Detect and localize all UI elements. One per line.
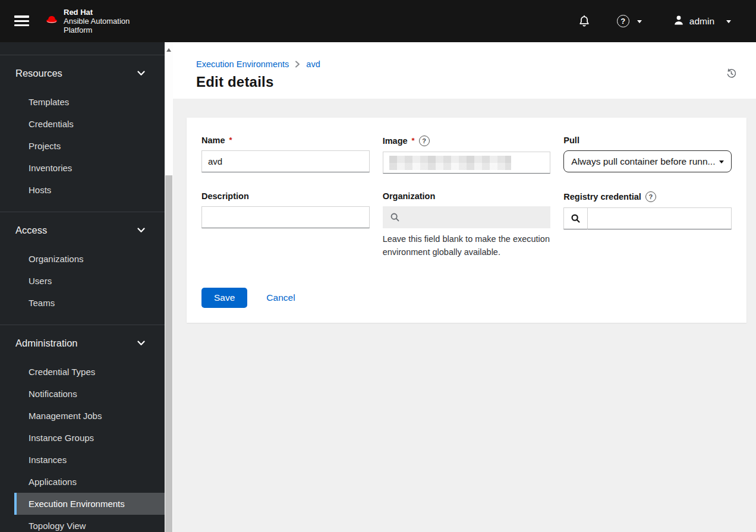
cancel-button[interactable]: Cancel xyxy=(266,292,295,303)
user-menu[interactable]: admin xyxy=(673,14,731,29)
help-caret-down-icon[interactable] xyxy=(637,17,642,26)
name-label: Name xyxy=(201,136,225,145)
angle-right-icon xyxy=(295,61,300,68)
sidebar-item-management-jobs[interactable]: Management Jobs xyxy=(14,405,165,427)
user-icon xyxy=(673,14,685,29)
brand-line3: Platform xyxy=(64,26,130,34)
name-input[interactable] xyxy=(201,150,370,172)
organization-label: Organization xyxy=(383,191,436,201)
field-registry-credential: Registry credential ? xyxy=(563,191,732,259)
breadcrumb: Execution Environments avd xyxy=(196,59,756,69)
breadcrumb-link-execution-environments[interactable]: Execution Environments xyxy=(196,59,289,69)
sidebar-item-users[interactable]: Users xyxy=(14,270,165,292)
nav-group-label: Access xyxy=(15,225,47,236)
field-name: Name * xyxy=(201,136,370,174)
notifications-bell-icon[interactable] xyxy=(578,14,591,29)
top-navbar: Red Hat Ansible Automation Platform ? xyxy=(0,0,756,42)
sidebar-section-access: Access Organizations Users Teams xyxy=(0,212,165,325)
redhat-fedora-icon xyxy=(45,14,59,27)
nav-group-label: Resources xyxy=(15,68,62,79)
sidebar-item-templates[interactable]: Templates xyxy=(14,91,165,113)
field-image: Image * ? xyxy=(383,136,551,174)
page-body: Name * Image * ? xyxy=(173,99,756,532)
edit-details-card: Name * Image * ? xyxy=(187,118,746,323)
brand-logo: Red Hat Ansible Automation Platform xyxy=(45,8,130,35)
sidebar-item-organizations[interactable]: Organizations xyxy=(14,248,165,270)
scrollbar-up-arrow-icon[interactable] xyxy=(166,46,171,52)
scrollbar-thumb[interactable] xyxy=(165,175,172,532)
image-input[interactable] xyxy=(383,152,551,174)
sidebar-item-notifications[interactable]: Notifications xyxy=(14,383,165,405)
breadcrumb-link-avd[interactable]: avd xyxy=(306,59,320,69)
sidebar-item-credential-types[interactable]: Credential Types xyxy=(14,361,165,383)
image-help-icon[interactable]: ? xyxy=(419,136,430,146)
user-caret-down-icon[interactable] xyxy=(726,20,731,26)
brand-line1: Red Hat xyxy=(64,8,130,17)
sidebar-item-hosts[interactable]: Hosts xyxy=(14,179,165,201)
pull-label: Pull xyxy=(563,136,579,145)
sidebar-item-credentials[interactable]: Credentials xyxy=(14,113,165,135)
sidebar-scrollbar[interactable] xyxy=(165,42,173,532)
nav-group-label: Administration xyxy=(15,338,78,349)
sidebar-group-resources[interactable]: Resources xyxy=(0,61,165,85)
sidebar-item-execution-environments[interactable]: Execution Environments xyxy=(14,493,165,515)
registry-credential-help-icon[interactable]: ? xyxy=(645,191,656,202)
chevron-down-icon xyxy=(137,71,145,76)
pull-select[interactable]: Always pull container before runn... xyxy=(563,150,732,172)
user-name-label: admin xyxy=(689,16,714,27)
registry-credential-lookup xyxy=(563,207,732,229)
sidebar-item-instances[interactable]: Instances xyxy=(14,449,165,471)
description-label: Description xyxy=(201,191,249,201)
sidebar-section-administration: Administration Credential Types Notifica… xyxy=(0,325,165,532)
field-pull: Pull Always pull container before runn..… xyxy=(563,136,732,174)
sidebar-item-applications[interactable]: Applications xyxy=(14,471,165,493)
sidebar-item-projects[interactable]: Projects xyxy=(14,135,165,157)
sidebar-item-teams[interactable]: Teams xyxy=(14,292,165,314)
help-icon[interactable]: ? xyxy=(617,15,629,27)
sidebar-section-resources: Resources Templates Credentials Projects… xyxy=(0,55,165,212)
main-content: Execution Environments avd Edit details xyxy=(173,42,756,532)
sidebar-item-instance-groups[interactable]: Instance Groups xyxy=(14,427,165,449)
sidebar-nav: Resources Templates Credentials Projects… xyxy=(0,42,165,532)
page-title: Edit details xyxy=(196,74,756,90)
organization-input xyxy=(407,206,551,228)
required-asterisk: * xyxy=(229,136,232,144)
sidebar-scrolled-section-edge xyxy=(0,42,165,55)
save-button[interactable]: Save xyxy=(201,288,247,308)
sidebar-item-inventories[interactable]: Inventories xyxy=(14,157,165,179)
page-header: Execution Environments avd Edit details xyxy=(173,42,756,99)
organization-lookup xyxy=(383,206,551,228)
sidebar-item-topology-view[interactable]: Topology View xyxy=(14,515,165,532)
brand-line2: Ansible Automation xyxy=(64,17,130,26)
registry-credential-input[interactable] xyxy=(588,207,732,229)
description-input[interactable] xyxy=(201,206,370,228)
caret-down-icon xyxy=(719,160,724,166)
chevron-down-icon xyxy=(137,228,145,233)
search-icon[interactable] xyxy=(563,207,588,229)
sidebar-group-administration[interactable]: Administration xyxy=(0,331,165,355)
organization-helper-text: Leave this field blank to make the execu… xyxy=(383,233,551,259)
pull-selected-value: Always pull container before runn... xyxy=(571,156,715,167)
hamburger-menu-icon[interactable] xyxy=(14,15,29,26)
redacted-image-value xyxy=(389,156,511,170)
required-asterisk: * xyxy=(412,136,415,145)
registry-credential-label: Registry credential xyxy=(563,192,641,202)
image-label: Image xyxy=(383,136,408,146)
search-icon xyxy=(383,206,407,228)
field-description: Description xyxy=(201,191,370,259)
chevron-down-icon xyxy=(137,341,145,346)
history-icon[interactable] xyxy=(725,67,738,81)
sidebar-group-access[interactable]: Access xyxy=(0,218,165,242)
field-organization: Organization Leave this field blank to m… xyxy=(383,191,551,259)
